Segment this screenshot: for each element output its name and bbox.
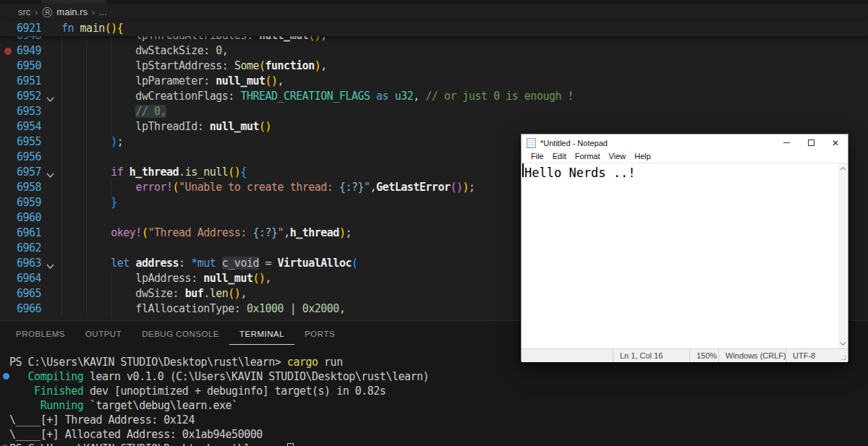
code-line[interactable]: 6953 // 0,	[0, 104, 868, 119]
code-text: // 0,	[61, 104, 166, 119]
code-text: lpStartAddress: Some(function),	[61, 59, 327, 74]
terminal-line: Running `target\debug\learn.exe`	[0, 398, 868, 413]
notepad-icon	[527, 138, 536, 148]
indent-guide	[61, 241, 62, 256]
line-number[interactable]: 6965	[0, 286, 41, 301]
text-caret	[522, 163, 524, 177]
code-text: dwCreationFlags: THREAD_CREATION_FLAGS a…	[61, 89, 574, 104]
fold-chevron-icon[interactable]	[46, 260, 56, 268]
notepad-menu-file[interactable]: File	[527, 151, 548, 163]
code-text: lpThreadId: null_mut()	[61, 119, 271, 134]
resize-grip-icon[interactable]	[839, 353, 846, 361]
breadcrumb-folder[interactable]: src	[18, 7, 30, 17]
code-text: );	[61, 134, 123, 150]
line-number[interactable]: 6963	[0, 256, 41, 271]
breadcrumb: src › Ⓡ main.rs › ...	[0, 4, 868, 20]
notepad-text: Hello Nerds ..!	[524, 166, 636, 180]
code-text: let address: *mut c_void = VirtualAlloc(	[61, 256, 358, 271]
notepad-menu-help[interactable]: Help	[630, 151, 655, 163]
terminal-line: \____[+] Allocated Address: 0x1ab94e5000…	[0, 427, 868, 442]
notepad-menu-format[interactable]: Format	[571, 151, 605, 163]
status-line-ending: Windows (CRLF)	[718, 349, 786, 362]
line-number[interactable]: 6955	[0, 134, 41, 150]
chevron-right-icon: ›	[35, 7, 38, 17]
line-number[interactable]: 6957	[0, 165, 41, 180]
minimize-button[interactable]	[774, 134, 799, 151]
notepad-menubar: FileEditFormatViewHelp	[522, 151, 848, 163]
terminal-line: \____[+] Thread Address: 0x124	[0, 413, 868, 427]
terminal-line: Finished dev [unoptimized + debuginfo] t…	[0, 384, 868, 398]
indent-guide	[61, 150, 62, 165]
notepad-titlebar[interactable]: *Untitled - Notepad ✕	[522, 134, 848, 151]
maximize-button[interactable]	[799, 134, 823, 151]
line-number[interactable]: 6966	[0, 301, 41, 317]
panel-tab-terminal[interactable]: TERMINAL	[229, 325, 294, 345]
panel-tab-problems[interactable]: PROBLEMS	[6, 325, 75, 345]
notepad-menu-view[interactable]: View	[605, 151, 631, 163]
sticky-scroll-line[interactable]: 6921 fn main(){	[0, 20, 868, 36]
scroll-up-icon[interactable]	[840, 166, 846, 172]
sticky-code: fn main(){	[61, 20, 123, 36]
code-text: dwStackSize: 0,	[61, 43, 228, 59]
code-text: error!("Unable to create thread: {:?}",G…	[61, 180, 475, 195]
indent-guide	[61, 210, 62, 226]
fold-chevron-icon[interactable]	[46, 168, 56, 177]
code-text: }	[61, 195, 117, 210]
terminal-cursor	[287, 443, 294, 446]
indent-guide	[86, 210, 87, 226]
close-button[interactable]: ✕	[823, 134, 848, 151]
line-number[interactable]: 6951	[0, 74, 41, 89]
notepad-window: *Untitled - Notepad ✕ FileEditFormatView…	[521, 134, 848, 361]
code-text: lpParameter: null_mut(),	[61, 74, 284, 89]
line-number[interactable]: 6958	[0, 180, 41, 195]
minimize-icon	[783, 142, 790, 143]
code-text: flAllocationType: 0x1000 | 0x2000,	[61, 301, 345, 317]
line-number[interactable]: 6954	[0, 119, 41, 134]
line-number[interactable]: 6956	[0, 150, 41, 165]
close-icon: ✕	[832, 138, 839, 148]
status-zoom-level: 150%	[689, 349, 718, 362]
code-text: okey!("Thread Address: {:?}",h_thread);	[61, 226, 352, 241]
rust-logo-icon: Ⓡ	[42, 7, 52, 17]
code-line[interactable]: 6949 dwStackSize: 0,	[0, 43, 868, 59]
indent-guide	[86, 150, 87, 165]
code-text: lpAddress: null_mut(),	[61, 271, 271, 286]
fold-chevron-icon[interactable]	[46, 93, 56, 101]
maximize-icon	[808, 140, 814, 146]
status-spacer	[522, 349, 613, 362]
status-cursor-position: Ln 1, Col 16	[613, 349, 689, 362]
code-line[interactable]: 6951 lpParameter: null_mut(),	[0, 74, 868, 89]
panel-tab-debug-console[interactable]: DEBUG CONSOLE	[132, 325, 229, 345]
panel-tab-ports[interactable]: PORTS	[294, 325, 345, 345]
command-decoration-icon[interactable]	[3, 373, 9, 379]
notepad-scrollbar[interactable]	[838, 163, 848, 348]
notepad-text-area[interactable]: Hello Nerds ..!	[522, 163, 848, 348]
line-number[interactable]: 6964	[0, 271, 41, 286]
code-line[interactable]: 6952 dwCreationFlags: THREAD_CREATION_FL…	[0, 89, 868, 104]
terminal-output[interactable]: PS C:\Users\KAVIN STUDIO\Desktop\rust\le…	[0, 355, 868, 446]
notepad-statusbar: Ln 1, Col 16150%Windows (CRLF)UTF-8	[522, 348, 848, 362]
line-number[interactable]: 6961	[0, 226, 41, 241]
chevron-right-icon: ›	[92, 7, 95, 17]
code-text: if h_thread.is_null(){	[61, 165, 247, 180]
line-number[interactable]: 6959	[0, 195, 41, 210]
terminal-line: Compiling learn v0.1.0 (C:\Users\KAVIN S…	[0, 369, 868, 384]
line-number[interactable]: 6952	[0, 89, 41, 104]
code-line[interactable]: 6954 lpThreadId: null_mut()	[0, 119, 868, 134]
line-number[interactable]: 6960	[0, 210, 41, 226]
scroll-down-icon[interactable]	[840, 340, 846, 347]
code-text: dwSize: buf.len(),	[61, 286, 247, 301]
notepad-title: *Untitled - Notepad	[540, 139, 774, 147]
breadcrumb-file[interactable]: main.rs	[56, 7, 88, 17]
line-number[interactable]: 6953	[0, 104, 41, 119]
notepad-menu-edit[interactable]: Edit	[548, 151, 571, 163]
indent-guide	[86, 241, 87, 256]
panel-tabs: PROBLEMSOUTPUTDEBUG CONSOLETERMINALPORTS	[6, 325, 345, 345]
terminal-prompt-line[interactable]: PS C:\Users\KAVIN STUDIO\Desktop\rust\le…	[0, 442, 868, 446]
line-number: 6921	[0, 20, 41, 36]
code-line[interactable]: 6950 lpStartAddress: Some(function),	[0, 59, 868, 74]
breadcrumb-symbol[interactable]: ...	[99, 7, 107, 17]
line-number[interactable]: 6962	[0, 241, 41, 256]
panel-tab-output[interactable]: OUTPUT	[75, 325, 132, 345]
